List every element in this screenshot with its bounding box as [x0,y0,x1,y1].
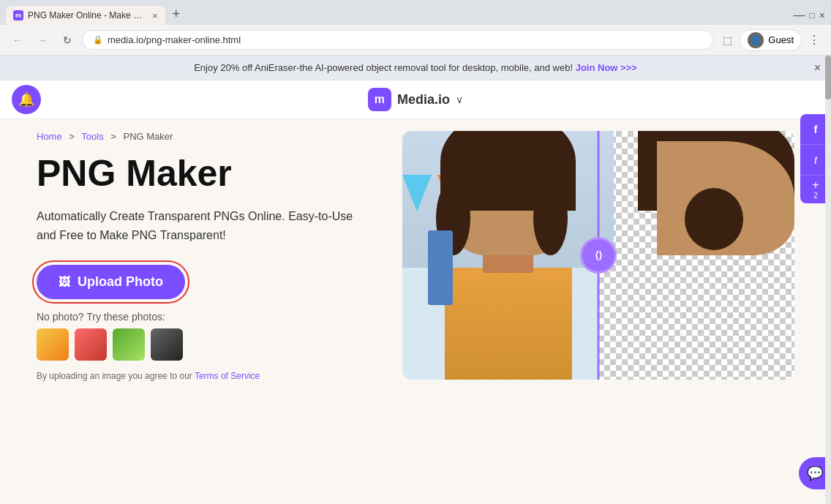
chat-icon: 💬 [807,465,823,481]
twitter-icon: t [814,154,817,166]
forward-button[interactable]: → [32,30,53,50]
drag-arrows-icon: ⟨⟩ [595,249,602,261]
reload-button[interactable]: ↻ [57,30,78,50]
breadcrumb-current: PNG Maker [124,131,173,142]
breadcrumb-sep2: > [110,131,116,142]
sample-photo-4[interactable] [151,328,183,361]
close-icon[interactable]: × [819,10,825,21]
address-text: media.io/png-maker-online.html [108,34,241,45]
scroll-track [825,56,831,504]
page-content: Enjoy 20% off AniEraser-the AI-powered o… [0,56,831,504]
page-description: Automatically Create Transparent PNGs On… [37,207,373,244]
demo-photo-right [598,131,794,380]
demo-image-panel: ⟨⟩ [402,131,794,380]
active-tab[interactable]: m PNG Maker Online - Make JPG... × [6,6,165,25]
header-chevron-icon[interactable]: ∨ [456,94,463,105]
menu-icon[interactable]: ⋮ [805,31,824,50]
upload-icon: 🖼 [59,276,70,289]
terms-text: By uploading an image you agree to our T… [37,371,373,381]
scroll-thumb[interactable] [825,56,831,99]
address-bar[interactable]: 🔒 media.io/png-maker-online.html [82,30,713,50]
sample-photo-3[interactable] [113,328,145,361]
upload-photo-button[interactable]: 🖼 Upload Photo [37,265,185,299]
upload-button-label: Upload Photo [78,274,163,290]
sample-photos-label: No photo? Try these photos: [37,311,373,323]
sample-photo-1[interactable] [37,328,69,361]
nav-bar: ← → ↻ 🔒 media.io/png-maker-online.html ⬚… [0,25,831,56]
tab-favicon: m [13,10,23,20]
cast-icon[interactable]: ⬚ [718,31,737,50]
breadcrumb-tools-link[interactable]: Tools [81,131,103,142]
tab-title: PNG Maker Online - Make JPG... [28,10,145,20]
terms-link[interactable]: Terms of Service [195,371,260,381]
promo-text: Enjoy 20% off AniEraser-the AI-powered o… [194,62,573,73]
terms-prefix: By uploading an image you agree to our [37,371,192,381]
sample-photo-2[interactable] [75,328,107,361]
site-logo[interactable]: m Media.io [368,88,450,111]
back-button[interactable]: ← [7,30,28,50]
tab-bar: m PNG Maker Online - Make JPG... × + — □… [0,0,831,25]
site-header: 🔔 m Media.io ∨ [0,80,831,119]
main-area: Home > Tools > PNG Maker PNG Maker Autom… [0,119,831,393]
plus-icon: + [812,179,819,191]
lock-icon: 🔒 [93,35,103,45]
breadcrumb-home-link[interactable]: Home [37,131,62,142]
account-icon: 👤 [748,32,764,48]
account-label: Guest [768,34,794,45]
minimize-icon[interactable]: — [794,9,805,22]
logo-icon: m [368,88,391,111]
breadcrumb: Home > Tools > PNG Maker [37,131,373,142]
promo-banner: Enjoy 20% off AniEraser-the AI-powered o… [0,56,831,80]
page-title: PNG Maker [37,154,373,194]
tab-close-icon[interactable]: × [152,10,158,21]
drag-handle[interactable]: ⟨⟩ [580,237,617,274]
promo-join-link[interactable]: Join Now >>> [576,62,637,73]
promo-close-button[interactable]: × [814,61,821,75]
browser-chrome: m PNG Maker Online - Make JPG... × + — □… [0,0,831,56]
account-button[interactable]: 👤 Guest [740,29,802,51]
breadcrumb-sep1: > [69,131,75,142]
upload-button-wrapper: 🖼 Upload Photo [37,265,185,299]
share-count: 2 [813,192,818,200]
new-tab-button[interactable]: + [165,4,188,25]
maximize-icon[interactable]: □ [810,10,815,20]
facebook-icon: f [814,123,818,135]
left-panel: Home > Tools > PNG Maker PNG Maker Autom… [37,131,373,381]
notification-bell-button[interactable]: 🔔 [12,85,41,114]
sample-photos-row [37,328,373,361]
logo-name: Media.io [397,92,450,108]
